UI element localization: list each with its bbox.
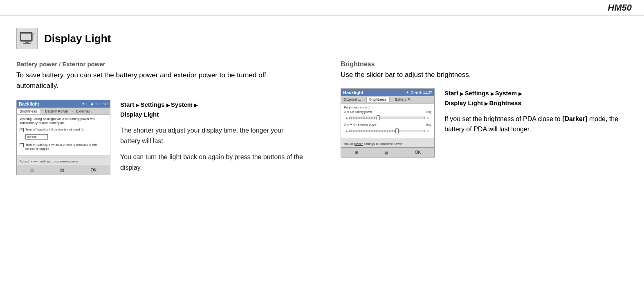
pda-footer-text-left: Adjust power settings to conserve power. xyxy=(20,158,107,164)
left-body-text2: You can turn the light back on again by … xyxy=(120,152,303,173)
right-column: Brightness Use the slider bar to adjust … xyxy=(320,61,628,175)
pda-bottom-bar-right: ⊞ ▤ OK xyxy=(341,147,434,157)
left-column: Battery power / Exterior power To save b… xyxy=(16,61,320,175)
pda-content-left: Warning: Using backlight while on batter… xyxy=(17,115,110,155)
left-pda-screenshot: Backlight ✦ ⊡ ◀ ⊕ 11:37 Brightness ‹ Bat… xyxy=(16,100,110,175)
page-header: HM50 xyxy=(0,0,644,16)
right-sub-heading: Brightness xyxy=(341,61,628,68)
pda-menu-btn-left[interactable]: ▤ xyxy=(60,168,64,172)
pda-titlebar-right: Backlight ✦ ⊡ ◀ ⊕ 11:37 xyxy=(341,89,434,96)
pda-tab-external[interactable]: External... xyxy=(74,109,95,114)
svg-rect-1 xyxy=(21,34,31,40)
pda-tab-battery[interactable]: Battery Power xyxy=(43,109,71,114)
pda-checkbox2-row: Turn on backlight when a button is press… xyxy=(20,143,107,151)
pda-footer-right: Adjust power settings to conserve power. xyxy=(341,138,434,147)
section-heading-text: Display Light xyxy=(44,32,111,45)
pda-footer-text-right: Adjust power settings to conserve power. xyxy=(344,140,431,146)
pda-warning-text: Warning: Using backlight while on batter… xyxy=(20,117,107,126)
pda-checkbox1-label: Turn off backlight if device is not used… xyxy=(25,128,85,132)
pda-bottom-bar-left: ⊞ ▤ OK xyxy=(17,165,110,175)
pda-checkbox1-row: ✕ Turn off backlight if device is not us… xyxy=(20,128,107,132)
left-nav-path: Start ▶ Settings ▶ System ▶ Display Ligh… xyxy=(120,100,303,119)
pda-battery-slider[interactable] xyxy=(349,117,425,119)
display-light-icon xyxy=(19,31,35,46)
display-light-icon-box xyxy=(16,28,38,49)
right-text-block: Start ▶ Settings ▶ System ▶ Display Ligh… xyxy=(444,88,628,135)
right-nav-path: Start ▶ Settings ▶ System ▶ Display Ligh… xyxy=(444,88,628,108)
left-content-row: Backlight ✦ ⊡ ◀ ⊕ 11:37 Brightness ‹ Bat… xyxy=(16,100,303,175)
pda-checkbox2-label: Turn on backlight when a button is press… xyxy=(25,143,107,151)
pda-external-slider-row: Dim ♥ On external power Brig xyxy=(344,123,431,126)
pda-battery-slider-row: Dim On battery power Brig xyxy=(344,110,431,113)
pda-footer-left: Adjust power settings to conserve power. xyxy=(17,155,110,165)
svg-rect-2 xyxy=(25,41,29,43)
left-intro: To save battery, you can set the battery… xyxy=(16,70,303,91)
right-intro: Use the slider bar to adjust the brightn… xyxy=(341,70,628,80)
left-text-block: Start ▶ Settings ▶ System ▶ Display Ligh… xyxy=(120,100,303,173)
right-pda-screenshot: Backlight ✦ ⊡ ◀ ⊕ 11:37 External ... ‹ B… xyxy=(341,88,435,158)
pda-tab-bat-right[interactable]: Battery P... xyxy=(393,97,415,102)
two-column-layout: Battery power / Exterior power To save b… xyxy=(16,61,628,175)
svg-rect-3 xyxy=(23,43,31,44)
pda-external-slider[interactable] xyxy=(349,130,425,132)
page-body: Display Light Battery power / Exterior p… xyxy=(0,16,644,183)
pda-tab-ext-right[interactable]: External ... xyxy=(341,97,364,102)
pda-start-btn-left[interactable]: ⊞ xyxy=(30,168,34,172)
section-heading: Display Light xyxy=(16,28,628,49)
pda-tabs-right: External ... ‹ Brightness › Battery P... xyxy=(341,96,434,104)
right-body-text: If you set the brightness of PDA close t… xyxy=(444,114,628,135)
pda-tab-bright-right[interactable]: Brightness xyxy=(366,97,390,102)
left-body-text1: The shorter you adjust your display time… xyxy=(120,125,303,146)
pda-ok-btn-left[interactable]: OK xyxy=(91,168,96,172)
pda-checkbox1[interactable]: ✕ xyxy=(20,128,24,132)
left-sub-heading: Battery power / Exterior power xyxy=(16,61,303,68)
pda-select-time[interactable]: 90 sec xyxy=(25,134,48,140)
pda-brightness-control-label: Brightness control xyxy=(344,106,431,109)
pda-tab-brightness[interactable]: Brightness xyxy=(17,109,40,114)
pda-menu-btn-right[interactable]: ▤ xyxy=(384,150,388,155)
darker-label: [Darker] xyxy=(562,115,587,122)
pda-tabs-left: Brightness ‹ Battery Power › External... xyxy=(17,108,110,115)
pda-select-row: 90 sec xyxy=(25,134,107,140)
page-title: HM50 xyxy=(608,2,632,13)
pda-checkbox2[interactable] xyxy=(20,143,24,147)
svg-line-4 xyxy=(33,32,34,33)
pda-start-btn-right[interactable]: ⊞ xyxy=(355,150,358,155)
pda-ok-btn-right[interactable]: OK xyxy=(415,150,421,155)
right-content-row: Backlight ✦ ⊡ ◀ ⊕ 11:37 External ... ‹ B… xyxy=(341,88,628,158)
pda-titlebar-left: Backlight ✦ ⊡ ◀ ⊕ 11:37 xyxy=(17,100,110,108)
svg-line-6 xyxy=(33,36,34,37)
pda-content-right: Brightness control Dim On battery power … xyxy=(341,104,434,138)
